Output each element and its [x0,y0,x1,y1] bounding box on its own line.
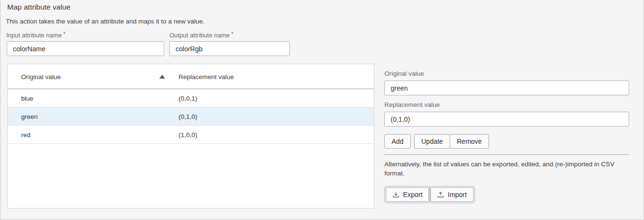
output-attribute-field[interactable] [169,41,290,56]
export-button[interactable]: Export [386,187,429,202]
cell-replacement: (0,0,1) [179,89,197,107]
table-row-red[interactable]: red (1,0,0) [8,126,374,144]
editor-original-value-field[interactable] [384,81,629,95]
import-button[interactable]: Import [430,187,474,202]
cell-replacement: (0,1,0) [179,107,197,126]
add-button[interactable]: Add [384,134,411,149]
download-icon [393,191,399,198]
csv-note-text: Alternatively, the list of values can be… [384,160,628,178]
editor-original-value-label: Original value [384,70,424,77]
output-attribute-label-text: Output attribute name [169,32,230,39]
cell-replacement: (1,0,0) [179,126,197,144]
editor-replacement-value-field[interactable] [384,112,629,127]
table-row-green-selected[interactable]: green (0,1,0) [8,107,374,126]
editor-replacement-value-label: Replacement value [384,101,440,108]
update-button[interactable]: Update [414,134,450,149]
page-title: Map attribute value [7,3,71,12]
export-button-label: Export [403,191,422,198]
required-marker: * [63,31,66,37]
column-header-replacement-value[interactable]: Replacement value [179,64,234,89]
map-attribute-value-panel: Map attribute value This action takes th… [0,0,644,220]
input-attribute-label-text: Input attribute name [6,32,62,39]
input-attribute-label: Input attribute name* [6,31,65,39]
sort-ascending-icon[interactable] [159,75,165,79]
editor-csv-divider [384,154,629,155]
cell-original: blue [21,89,34,107]
output-attribute-label: Output attribute name* [169,31,233,39]
cell-original: green [21,107,38,126]
remove-button[interactable]: Remove [450,134,489,149]
column-header-original-value[interactable]: Original value [21,64,61,89]
table-row-blue[interactable]: blue (0,0,1) [8,89,374,107]
value-mapping-table: Original value Replacement value blue (0… [7,64,374,208]
import-button-label: Import [448,191,467,198]
table-header-row: Original value Replacement value [8,64,374,89]
upload-icon [437,191,444,198]
cell-original: red [21,126,31,144]
input-attribute-field[interactable] [7,41,164,56]
page-description: This action takes the value of an attrib… [6,18,204,25]
required-marker: * [231,31,234,37]
